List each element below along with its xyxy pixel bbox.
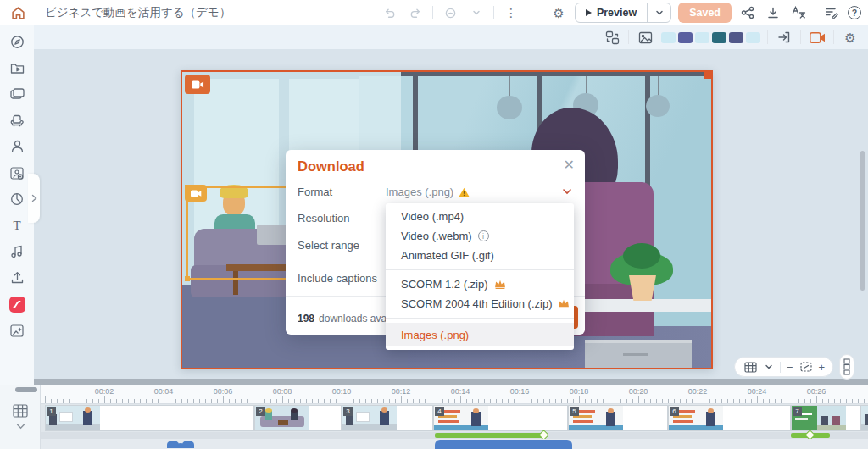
caption-track	[41, 432, 868, 439]
sidebar-expand-tab[interactable]	[28, 174, 40, 223]
divider	[386, 318, 574, 319]
saved-button[interactable]: Saved	[678, 3, 732, 23]
color-swatch-1[interactable]	[661, 32, 676, 43]
background-image-icon[interactable]	[636, 28, 654, 47]
preview-label: Preview	[597, 7, 637, 19]
premium-crown-icon	[494, 280, 506, 289]
zoom-out-icon[interactable]: −	[787, 361, 793, 374]
option-label: Images (.png)	[401, 329, 469, 341]
scene-block-2[interactable]: 2	[254, 405, 342, 431]
format-select[interactable]: Images (.png)	[386, 186, 470, 198]
color-swatch-6[interactable]	[746, 32, 760, 43]
audio-waveform[interactable]	[165, 439, 196, 449]
format-caret-icon[interactable]	[562, 187, 572, 196]
ruler-time-label: 00:10	[332, 387, 352, 396]
chevron-down-icon[interactable]	[764, 358, 774, 376]
help-icon[interactable]: ?	[848, 6, 861, 19]
scene-block-partial[interactable]	[860, 405, 868, 431]
zoom-in-icon[interactable]: +	[819, 361, 826, 374]
home-icon[interactable]	[8, 3, 27, 22]
voiceover-bar[interactable]	[791, 433, 830, 438]
ruler-time-label: 00:12	[392, 387, 411, 396]
color-swatch-2[interactable]	[678, 32, 693, 43]
format-option-video-mp4-[interactable]: Video (.mp4)	[386, 207, 574, 226]
sidebar-item-images[interactable]	[6, 164, 28, 182]
format-option-images-png-[interactable]: Images (.png)	[386, 323, 574, 346]
main-camera-badge-icon[interactable]	[185, 75, 210, 94]
timeline-grid-icon[interactable]	[743, 358, 758, 376]
music-clip-bar[interactable]	[435, 440, 572, 449]
sidebar-item-uploads[interactable]	[6, 269, 28, 287]
scene-block-4[interactable]: 4	[433, 405, 568, 431]
redo-icon[interactable]	[406, 3, 425, 22]
preview-caret-button[interactable]	[647, 3, 670, 22]
sidebar-item-characters[interactable]	[6, 137, 28, 156]
scene-block-6[interactable]: 6	[668, 405, 791, 431]
voiceover-bar[interactable]	[435, 433, 545, 438]
format-option-animated-gif-gif-[interactable]: Animated GIF (.gif)	[386, 246, 574, 265]
ruler-time-label: 00:22	[688, 387, 708, 396]
vertical-scrollbar[interactable]	[860, 151, 865, 291]
chevron-down-icon[interactable]	[467, 3, 486, 22]
stage-toolbar: ⚙	[34, 25, 868, 49]
divider	[833, 30, 834, 44]
chevron-down-icon[interactable]	[16, 423, 25, 430]
scene-number-badge: 4	[435, 407, 444, 416]
timeline-drag-handle[interactable]	[15, 387, 37, 392]
sidebar-item-props[interactable]	[6, 111, 28, 130]
swap-layout-icon[interactable]	[603, 28, 621, 47]
scene-thumbnail	[861, 406, 868, 430]
timeline-tracks: 1234567	[41, 404, 868, 449]
sidebar-item-audio[interactable]	[6, 242, 28, 261]
stage-settings-gear-icon[interactable]: ⚙	[841, 28, 860, 47]
ruler-time-label: 00:24	[748, 387, 767, 396]
ruler-time-label: 00:06	[214, 387, 233, 396]
document-title[interactable]: ビジネスで動画を活用する（デモ）	[45, 5, 231, 20]
format-option-video-webm-[interactable]: Video (.webm)i	[386, 226, 574, 246]
top-bar: ビジネスで動画を活用する（デモ） ⋮ ⚙ Prev	[0, 0, 868, 25]
sidebar-item-explore[interactable]	[6, 32, 28, 51]
share-icon[interactable]	[738, 3, 757, 22]
horizontal-scrollbar[interactable]	[34, 379, 868, 385]
sidebar-item-charts[interactable]	[6, 190, 28, 208]
timeline-rows-button[interactable]	[839, 354, 854, 380]
scene-block-1[interactable]: 1	[45, 405, 254, 431]
scene-block-3[interactable]: 3	[342, 405, 433, 431]
scene-track: 1234567	[41, 404, 868, 432]
scene-block-7[interactable]: 7	[791, 405, 864, 431]
format-option-scorm-2004-4th-edition-zip-[interactable]: SCORM 2004 4th Edition (.zip)	[386, 294, 574, 313]
undo-icon[interactable]	[380, 3, 398, 22]
translate-icon[interactable]	[789, 3, 808, 22]
zoom-fit-icon[interactable]	[799, 358, 813, 376]
camera-icon[interactable]	[808, 28, 826, 47]
scene-block-5[interactable]: 5	[568, 405, 668, 431]
secondary-camera-badge-icon[interactable]	[185, 185, 207, 202]
timeline-panel: 00:0200:0400:0600:0800:1000:1200:1400:16…	[0, 385, 868, 449]
preview-button[interactable]: Preview	[576, 3, 647, 22]
timeline-left-column	[0, 385, 41, 449]
glass-beam	[401, 72, 713, 76]
format-dropdown-menu: Video (.mp4)Video (.webm)iAnimated GIF (…	[386, 203, 574, 350]
close-icon[interactable]: ✕	[564, 157, 575, 173]
format-label: Format	[298, 186, 332, 198]
publish-status-icon[interactable]	[441, 3, 459, 22]
enter-exit-icon[interactable]	[775, 28, 793, 47]
download-icon[interactable]	[764, 3, 782, 22]
timeline-ruler[interactable]: 00:0200:0400:0600:0800:1000:1200:1400:16…	[41, 385, 868, 404]
format-option-scorm-1-2-zip-[interactable]: SCORM 1.2 (.zip)	[386, 274, 574, 294]
storyboard-grid-icon[interactable]	[13, 404, 28, 418]
color-swatch-3[interactable]	[695, 32, 709, 43]
sidebar-item-text[interactable]: T	[6, 216, 28, 235]
script-notes-icon[interactable]	[822, 3, 841, 22]
settings-gear-icon[interactable]: ⚙	[549, 3, 568, 22]
sidebar-item-ai-images[interactable]	[6, 321, 28, 340]
sidebar-item-scenes[interactable]	[6, 85, 28, 103]
divider	[386, 269, 574, 270]
more-options-icon[interactable]: ⋮	[502, 3, 520, 22]
color-swatch-5[interactable]	[729, 32, 743, 43]
color-swatch-4[interactable]	[712, 32, 726, 43]
sidebar-item-templates[interactable]	[6, 58, 28, 77]
sidebar-item-stock[interactable]	[6, 295, 28, 313]
text-icon: T	[13, 219, 20, 233]
artboard-corner-handle[interactable]	[704, 72, 711, 79]
